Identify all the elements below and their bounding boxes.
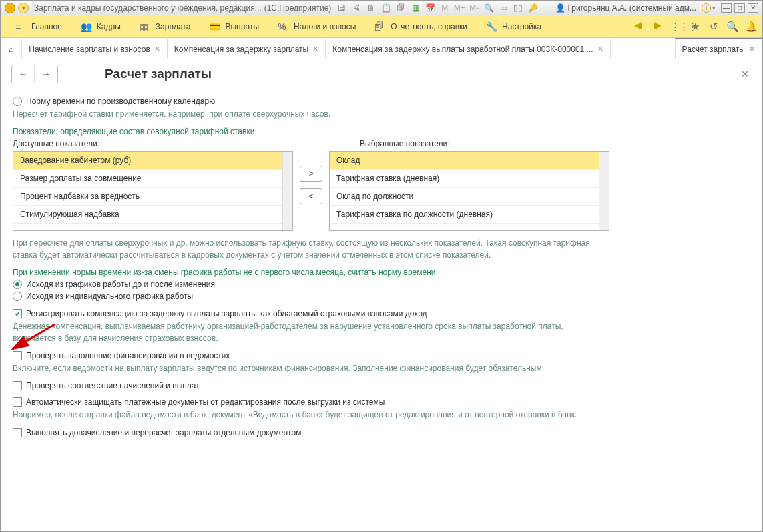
tab-compensation-doc[interactable]: Компенсация за задержку выплаты заработн… — [326, 38, 610, 59]
tab-accruals[interactable]: Начисление зарплаты и взносов✕ — [22, 38, 168, 59]
doc-icon[interactable]: 🗎 — [366, 3, 376, 13]
nav-buttons: ← → — [11, 65, 58, 83]
menu-hr[interactable]: 👥Кадры — [71, 15, 130, 37]
menu-salary-label: Зарплата — [156, 22, 191, 31]
available-listbox[interactable]: Заведование кабинетом (руб) Размер допла… — [13, 151, 293, 231]
card-icon: 💳 — [209, 21, 220, 32]
radio-individual[interactable] — [13, 292, 22, 301]
page-close-button[interactable]: ✕ — [738, 66, 752, 82]
checkbox-compensation-label: Регистрировать компенсацию за задержку в… — [26, 309, 427, 318]
radio-graph-change[interactable] — [13, 280, 22, 289]
app-dropdown-icon[interactable] — [18, 3, 29, 13]
calc-icon[interactable]: ▦ — [410, 3, 421, 13]
section-indicators-title: Показатели, определяющие состав совокупн… — [13, 127, 750, 136]
close-icon[interactable]: ✕ — [312, 45, 318, 53]
back-button[interactable]: ← — [12, 65, 35, 83]
wrench-icon: 🔧 — [486, 21, 497, 32]
menu-salary[interactable]: ▦Зарплата — [130, 15, 200, 37]
tab-label: Расчет зарплаты — [682, 45, 745, 54]
info-dropdown-icon[interactable]: ▾ — [712, 5, 716, 11]
user-badge[interactable]: 👤 Григорьянц А.А. (системный адм... — [555, 3, 696, 13]
main-menu: ≡Главное 👥Кадры ▦Зарплата 💳Выплаты %Нало… — [1, 15, 762, 38]
app-icon — [5, 3, 15, 13]
radio-norm-calendar[interactable] — [13, 97, 22, 106]
menu-main-icon: ≡ — [15, 21, 26, 32]
hint-overtime: При пересчете для оплаты сверхурочных и … — [13, 238, 600, 261]
tab-home[interactable]: ⌂ — [1, 38, 22, 59]
minimize-button[interactable]: — — [721, 3, 732, 13]
content-area: Норму времени по производственному кален… — [1, 86, 762, 531]
m-icon[interactable]: M — [439, 3, 450, 13]
m-minus-icon[interactable]: M- — [469, 3, 479, 13]
menu-payments[interactable]: 💳Выплаты — [200, 15, 268, 37]
checkbox-protect[interactable] — [13, 397, 22, 407]
calendar-icon[interactable]: 📅 — [425, 3, 435, 13]
list-item[interactable]: Размер доплаты за совмещение — [13, 170, 292, 188]
platform-label: (1С:Предприятие) — [264, 3, 332, 13]
key-icon[interactable]: 🔑 — [527, 3, 538, 13]
list-item[interactable]: Оклад — [330, 152, 609, 170]
nav-next-icon[interactable]: ⯈ — [652, 21, 664, 32]
list-item[interactable]: Тарифная ставка по должности (дневная) — [330, 206, 609, 224]
move-left-button[interactable]: < — [300, 188, 322, 204]
scrollbar[interactable] — [599, 152, 609, 230]
menu-reports[interactable]: 🗐Отчетность, справки — [365, 15, 477, 37]
nav-prev-icon[interactable]: ⯇ — [633, 21, 645, 32]
list-item[interactable]: Стимулирующая надбавка — [13, 206, 292, 224]
close-icon[interactable]: ✕ — [749, 45, 755, 53]
selected-listbox[interactable]: Оклад Тарифная ставка (дневная) Оклад по… — [329, 151, 609, 231]
page-header: ← → Расчет зарплаты ✕ — [1, 59, 762, 86]
radio-norm-calendar-label: Норму времени по производственному кален… — [26, 97, 215, 106]
apps-icon[interactable]: ⋮⋮⋮ — [670, 21, 682, 33]
percent-icon: % — [278, 21, 288, 32]
list-item[interactable]: Оклад по должности — [330, 188, 609, 206]
bell-icon[interactable]: 🔔 — [745, 21, 757, 33]
menu-payments-label: Выплаты — [225, 22, 259, 31]
list-item[interactable]: Тарифная ставка (дневная) — [330, 170, 609, 188]
label-selected: Выбранные показатели: — [360, 139, 450, 148]
page-title: Расчет зарплаты — [105, 67, 212, 81]
list-item[interactable]: Заведование кабинетом (руб) — [13, 152, 292, 170]
close-icon[interactable]: ✕ — [154, 45, 160, 53]
tab-salary-calc[interactable]: Расчет зарплаты✕ — [675, 38, 762, 59]
menu-settings[interactable]: 🔧Настройка — [477, 15, 551, 37]
maximize-button[interactable]: □ — [734, 3, 745, 13]
print-icon[interactable]: 🖨 — [351, 3, 362, 13]
copy-icon[interactable]: 🗐 — [395, 3, 406, 13]
menu-taxes[interactable]: %Налоги и взносы — [268, 15, 365, 37]
close-button[interactable]: ✕ — [748, 3, 758, 13]
titlebar: Зарплата и кадры государственного учрежд… — [1, 1, 762, 15]
user-label: Григорьянц А.А. (системный адм... — [568, 3, 696, 13]
indicators-picker: Заведование кабинетом (руб) Размер допла… — [13, 151, 750, 231]
clipboard-icon[interactable]: 📋 — [380, 3, 391, 13]
tab-label: Начисление зарплаты и взносов — [29, 45, 150, 54]
menu-main[interactable]: ≡Главное — [6, 15, 71, 37]
checkbox-match[interactable] — [13, 381, 22, 390]
page-icon[interactable]: ▭ — [498, 3, 509, 13]
pages-icon[interactable]: ▯▯ — [513, 3, 523, 13]
tab-compensation-delay[interactable]: Компенсация за задержку зарплаты✕ — [168, 38, 326, 59]
radio-graph-change-label: Исходя из графиков работы до и после изм… — [26, 280, 215, 289]
history-icon[interactable]: ↺ — [708, 21, 720, 33]
checkbox-compensation[interactable] — [13, 309, 22, 318]
hint-financing: Включите, если ведомости на выплату зарп… — [13, 363, 600, 374]
save-icon[interactable]: 🖫 — [336, 3, 347, 13]
checkbox-recalc-doc[interactable] — [13, 428, 22, 437]
zoom-in-icon[interactable]: 🔍 — [483, 3, 494, 13]
close-icon[interactable]: ✕ — [597, 45, 603, 53]
list-item[interactable]: Процент надбавки за вредность — [13, 188, 292, 206]
hint-tariff-recalc: Пересчет тарифной ставки применяется, на… — [13, 109, 600, 120]
hint-compensation: Денежная компенсация, выплачиваемая рабо… — [13, 321, 600, 344]
move-right-button[interactable]: > — [300, 166, 322, 182]
people-icon: 👥 — [81, 21, 91, 32]
forward-button[interactable]: → — [35, 65, 57, 83]
info-icon[interactable]: i — [702, 3, 711, 13]
star-icon[interactable]: ★ — [689, 21, 701, 33]
checkbox-recalc-doc-label: Выполнять доначисление и перерасчет зарп… — [26, 428, 301, 437]
checkbox-financing[interactable] — [13, 351, 22, 360]
report-icon: 🗐 — [374, 21, 385, 32]
search-icon[interactable]: 🔍 — [726, 21, 738, 33]
checkbox-financing-label: Проверять заполнение финансирования в ве… — [26, 351, 230, 360]
m-plus-icon[interactable]: M+ — [454, 3, 465, 13]
scrollbar[interactable] — [282, 152, 292, 230]
